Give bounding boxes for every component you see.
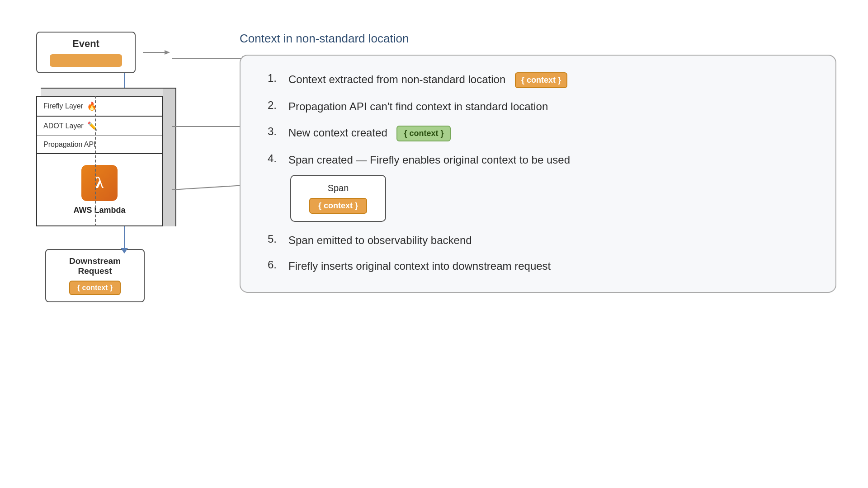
top-annotation-text: Context in non-standard location [240,32,409,46]
arrow-right-icon [143,48,170,57]
step-6-text: Firefly inserts original context into do… [288,258,813,274]
dotted-center-line [95,96,96,226]
cabinet-top-face [41,88,167,96]
arrow-shaft-2 [124,226,125,249]
adot-layer-label: ADOT Layer [43,122,84,130]
step-5-text: Span emitted to observability backend [288,233,813,248]
arrow-head-2 [121,248,128,253]
step-3-text: New context created { context } [288,125,813,141]
step-4: 4. Span created — Firefly enables origin… [268,152,813,168]
step-5-number: 5. [268,233,284,245]
step-list: 1. Context extracted from non-standard l… [268,72,813,274]
lambda-label: AWS Lambda [73,206,125,215]
step-3-badge: { context } [396,126,451,141]
adot-layer-row: ADOT Layer ✏️ [37,117,162,136]
firefly-layer-row: Firefly Layer 🔥 [36,96,163,117]
svg-marker-1 [165,50,170,55]
span-box-item: Span { context } [290,175,813,222]
main-box: 1. Context extracted from non-standard l… [240,55,836,293]
arrow-stack-to-downstream [50,226,199,249]
step-3-number: 3. [268,125,284,138]
step-6: 6. Firefly inserts original context into… [268,258,813,274]
step-6-number: 6. [268,258,284,271]
cabinet-wrapper: Firefly Layer 🔥 ADOT Layer ✏️ Propagatio… [36,96,163,226]
span-box: Span { context } [290,175,386,222]
step-2-number: 2. [268,99,284,112]
left-column: Event [36,32,199,302]
firefly-layer-label: Firefly Layer [43,102,83,110]
step-4-number: 4. [268,152,284,165]
downstream-context-badge: { context } [69,281,121,295]
event-box: Event [36,32,136,73]
span-context-badge: { context } [309,198,367,214]
propagation-api-label: Propagation API [43,141,96,149]
event-title: Event [46,38,126,50]
step-1-number: 1. [268,72,284,84]
stack-visual: Firefly Layer 🔥 ADOT Layer ✏️ Propagatio… [36,96,172,226]
lambda-symbol: λ [88,172,111,194]
svg-text:λ: λ [95,174,104,192]
event-arrow [143,48,170,57]
step-4-text: Span created — Firefly enables original … [288,152,813,168]
event-context-bar [50,54,122,67]
step-3: 3. New context created { context } [268,125,813,141]
right-column: Context in non-standard location 1. Cont… [240,32,836,293]
step-1-text: Context extracted from non-standard loca… [288,72,813,88]
propagation-api-row: Propagation API [37,136,162,153]
step-5: 5. Span emitted to observability backend [268,233,813,248]
adot-group: ADOT Layer ✏️ Propagation API [36,117,163,154]
span-box-title: Span [328,183,349,193]
top-annotation-row: Context in non-standard location [240,32,836,46]
downstream-title: Downstream Request [55,256,135,276]
lambda-icon: λ [81,165,118,201]
step-1: 1. Context extracted from non-standard l… [268,72,813,88]
step-2-text: Propagation API can't find context in st… [288,99,813,114]
step-2: 2. Propagation API can't find context in… [268,99,813,114]
lambda-drawer: λ AWS Lambda [36,154,163,226]
diagram-container: Event [23,23,845,465]
step-1-badge: { context } [515,72,567,88]
cabinet-right-face [163,88,176,226]
downstream-box: Downstream Request { context } [45,249,145,302]
